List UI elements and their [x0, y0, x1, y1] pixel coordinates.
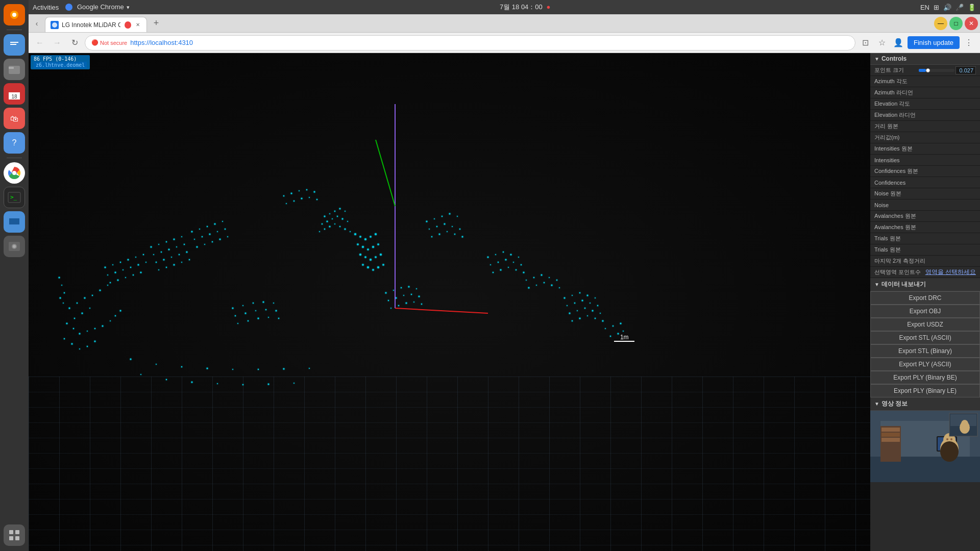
- show-apps-button[interactable]: [4, 524, 25, 546]
- svg-point-96: [171, 257, 172, 258]
- svg-point-211: [293, 383, 295, 384]
- export-drc-button[interactable]: Export DRC: [870, 291, 980, 305]
- reload-button[interactable]: ↻: [67, 36, 82, 50]
- svg-point-277: [623, 331, 624, 332]
- control-row-avalanches: Avalanches 원본: [870, 222, 980, 233]
- export-ply-binary-be-button[interactable]: Export PLY (Binary BE): [870, 371, 980, 384]
- taskbar-icon-screen-share[interactable]: [4, 211, 25, 233]
- svg-point-189: [541, 274, 543, 276]
- export-header[interactable]: ▼ 데이터 내보내기: [870, 278, 980, 291]
- video-label: 영상 정보: [881, 399, 908, 408]
- tab-notification: [125, 21, 131, 29]
- window-maximize-button[interactable]: □: [949, 17, 963, 30]
- finish-update-button[interactable]: Finish update: [908, 36, 960, 49]
- svg-point-57: [64, 338, 65, 339]
- svg-point-234: [301, 198, 303, 199]
- 3d-viewer[interactable]: 86 FPS (0-146) z6.lhtnve.deomel 1m: [29, 53, 870, 551]
- svg-point-133: [334, 223, 335, 224]
- svg-point-204: [309, 368, 310, 369]
- svg-point-110: [202, 236, 203, 237]
- svg-point-127: [337, 216, 338, 217]
- activities-button[interactable]: Activities: [33, 4, 59, 11]
- control-label: Azimuth 각도: [874, 78, 976, 85]
- svg-point-154: [372, 269, 374, 271]
- export-obj-button[interactable]: Export OBJ: [870, 305, 980, 318]
- profile-button[interactable]: 👤: [891, 36, 905, 50]
- select-area-link[interactable]: 영역을 선택하세요: [925, 268, 976, 277]
- svg-point-231: [314, 191, 315, 193]
- control-label-point-size: 포인트 크기: [874, 66, 919, 74]
- control-row-intensities-original: Intensities 원본: [870, 143, 980, 155]
- svg-point-184: [508, 267, 509, 268]
- back-button[interactable]: ←: [33, 36, 47, 50]
- svg-point-156: [382, 264, 384, 266]
- browser-tab-active[interactable]: LG Innotek MLiDAR C... ✕: [45, 17, 147, 32]
- language-indicator[interactable]: EN: [920, 4, 929, 11]
- svg-point-195: [551, 285, 553, 286]
- point-size-slider-track[interactable]: [919, 69, 954, 72]
- export-stl-ascii-button[interactable]: Export STL (ASCII): [870, 331, 980, 344]
- svg-rect-5: [10, 42, 18, 43]
- export-ply-ascii-button[interactable]: Export PLY (ASCII): [870, 358, 980, 371]
- svg-marker-4: [12, 48, 15, 52]
- taskbar-icon-photos[interactable]: [4, 236, 25, 257]
- svg-point-168: [439, 234, 440, 235]
- video-header[interactable]: ▼ 영상 정보: [870, 397, 980, 411]
- svg-point-95: [163, 259, 165, 261]
- taskbar-icon-messages[interactable]: [4, 34, 25, 56]
- control-label: 거리값(m): [874, 134, 976, 141]
- point-size-slider-thumb[interactable]: [926, 68, 930, 72]
- window-minimize-button[interactable]: —: [934, 17, 947, 30]
- controls-arrow-icon: ▼: [874, 56, 879, 62]
- svg-point-176: [518, 257, 519, 258]
- svg-point-179: [505, 259, 507, 261]
- taskbar-icon-calendar[interactable]: 18: [4, 83, 25, 105]
- tab-close-button[interactable]: ✕: [134, 21, 141, 29]
- svg-point-183: [500, 269, 502, 271]
- svg-line-279: [376, 140, 395, 206]
- controls-header[interactable]: ▼ Controls: [870, 53, 980, 65]
- svg-point-53: [102, 325, 104, 327]
- control-label: Trials 원본: [874, 246, 976, 254]
- forward-button[interactable]: →: [50, 36, 64, 50]
- svg-point-245: [411, 294, 412, 295]
- svg-point-44: [107, 285, 108, 286]
- svg-point-236: [316, 199, 317, 200]
- control-label: Avalanches 원본: [874, 212, 976, 220]
- taskbar-icon-firefox[interactable]: [4, 4, 25, 26]
- control-label: Elevation 라디언: [874, 111, 976, 119]
- svg-point-78: [140, 272, 142, 273]
- svg-point-83: [63, 303, 64, 304]
- menu-button[interactable]: ⋮: [962, 36, 976, 50]
- svg-point-131: [324, 229, 325, 230]
- control-label: Noise 원본: [874, 190, 976, 197]
- control-row-azimuth-angle: Azimuth 각도: [870, 76, 980, 87]
- export-ply-binary-le-button[interactable]: Export PLY (Binary LE): [870, 384, 980, 397]
- svg-point-259: [582, 300, 583, 302]
- svg-point-165: [452, 226, 453, 227]
- taskbar-icon-terminal[interactable]: >_: [4, 187, 25, 208]
- svg-point-271: [602, 320, 604, 322]
- svg-point-55: [115, 315, 116, 316]
- svg-point-251: [421, 304, 422, 305]
- page-back-button[interactable]: ‹: [31, 17, 43, 30]
- export-stl-binary-button[interactable]: Export STL (Binary): [870, 344, 980, 358]
- svg-point-196: [559, 287, 560, 288]
- cast-button[interactable]: ⊡: [859, 36, 873, 50]
- svg-point-194: [544, 282, 545, 283]
- window-close-button[interactable]: ✕: [965, 17, 978, 30]
- control-label: Confidences: [874, 180, 976, 186]
- taskbar-icon-files[interactable]: [4, 59, 25, 80]
- svg-point-102: [181, 262, 182, 263]
- bookmark-button[interactable]: ☆: [875, 36, 889, 50]
- svg-point-218: [245, 313, 247, 314]
- taskbar-icon-help[interactable]: ?: [4, 132, 25, 154]
- taskbar-icon-store[interactable]: 🛍: [4, 108, 25, 129]
- address-bar[interactable]: 🔴 Not secure https://localhost:4310: [85, 35, 855, 51]
- export-usdz-button[interactable]: Export USDZ: [870, 318, 980, 331]
- new-tab-button[interactable]: +: [149, 16, 163, 31]
- svg-point-192: [528, 287, 530, 289]
- taskbar-icon-chrome[interactable]: [4, 162, 25, 184]
- svg-point-149: [370, 259, 372, 261]
- svg-point-163: [436, 226, 437, 227]
